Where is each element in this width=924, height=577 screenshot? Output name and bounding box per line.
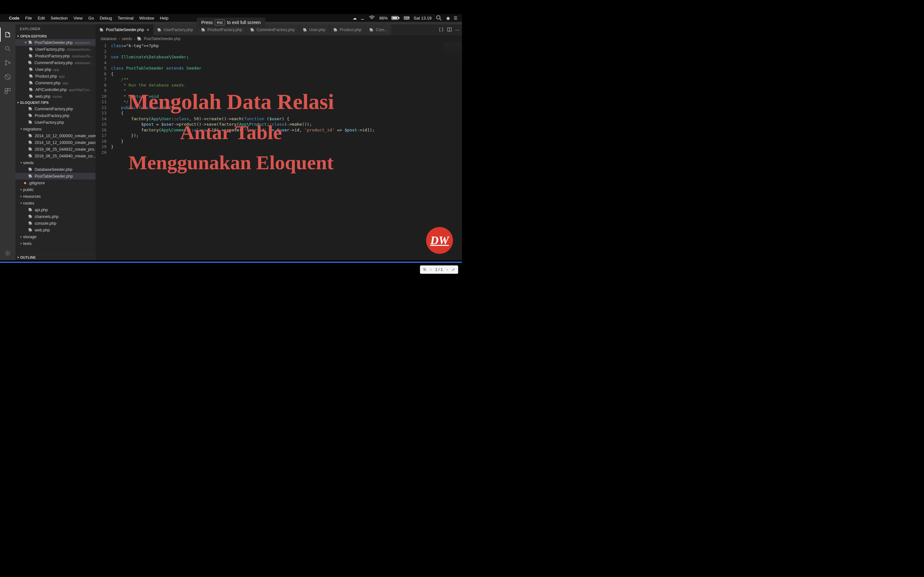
file-item[interactable]: 🐘api.php	[15, 206, 95, 213]
crumb-2[interactable]: PostTableSeeder.php	[144, 37, 180, 41]
bluetooth-icon[interactable]: ⚊	[360, 16, 365, 21]
folder-item[interactable]: storage	[15, 234, 95, 240]
close-editor-icon[interactable]: ×	[24, 40, 27, 45]
activity-extensions[interactable]	[0, 84, 15, 98]
menu-selection[interactable]: Selection	[51, 16, 68, 21]
activity-explorer[interactable]	[0, 27, 15, 42]
watermark-badge: DW	[426, 227, 453, 254]
file-item[interactable]: 🐘ProductFactory.php	[15, 112, 95, 119]
tab-label: User.php	[309, 27, 325, 32]
menu-window[interactable]: Window	[139, 16, 154, 21]
folder-item[interactable]: resources	[15, 193, 95, 200]
editor-tab[interactable]: 🐘User.php	[299, 24, 330, 35]
split-editor-icon[interactable]	[447, 27, 452, 33]
tree-label: .gitignore	[28, 181, 45, 185]
fullscreen-icon[interactable]: ⤢	[452, 268, 455, 272]
file-item[interactable]: ◆.gitignore	[15, 179, 95, 186]
editor-tab[interactable]: 🐘PostTableSeeder.php×	[95, 24, 153, 35]
control-center-icon[interactable]: ☰	[454, 16, 457, 21]
menu-debug[interactable]: Debug	[100, 16, 112, 21]
open-editor-item[interactable]: 🐘web.phproutes	[15, 93, 95, 100]
code-content[interactable]: class="k-tag"><?phpuse Illuminate\Databa…	[111, 42, 462, 260]
tree-label: web.php	[35, 228, 50, 232]
close-tab-icon[interactable]: ×	[147, 27, 149, 32]
minimap[interactable]	[443, 42, 462, 58]
open-editor-item[interactable]: 🐘Product.phpapp	[15, 73, 95, 79]
tab-label: CommentFactory.php	[257, 27, 295, 32]
file-item[interactable]: 🐘2014_10_12_000000_create_user...	[15, 132, 95, 139]
file-item[interactable]: 🐘2019_06_25_044932_create_pro...	[15, 146, 95, 153]
file-item[interactable]: 🐘UserFactory.php	[15, 119, 95, 126]
svg-rect-1	[399, 17, 399, 19]
editor-tab[interactable]: 🐘Product.php	[330, 24, 365, 35]
tab-label: UserFactory.php	[164, 27, 193, 32]
menu-edit[interactable]: Edit	[37, 16, 45, 21]
php-icon: 🐘	[29, 81, 33, 85]
open-editor-item[interactable]: ×🐘PostTableSeeder.phpdatabase/...	[15, 39, 95, 46]
input-source-icon[interactable]: ⌨︎	[404, 16, 410, 21]
editor-tab[interactable]: 🐘Com...	[365, 24, 392, 35]
clock[interactable]: Sat 13.19	[414, 16, 431, 21]
open-editor-item[interactable]: 🐘Comment.phpapp	[15, 79, 95, 86]
editor-tab[interactable]: 🐘UserFactory.php	[153, 24, 197, 35]
project-header[interactable]: ELOQUENT-TIPS	[15, 100, 95, 105]
siri-icon[interactable]: ◉	[446, 16, 450, 21]
line-gutter: 1234567891011121314151617181920	[95, 42, 111, 260]
spotlight-icon[interactable]	[435, 15, 443, 21]
tree-label: routes	[23, 201, 34, 205]
wifi-icon[interactable]	[368, 15, 375, 21]
file-item[interactable]: 🐘console.php	[15, 220, 95, 227]
more-icon[interactable]: ⋯	[455, 27, 459, 32]
file-name: User.php	[35, 67, 51, 72]
app-name[interactable]: Code	[9, 16, 19, 21]
file-hint: app/Http/Con...	[69, 88, 92, 92]
file-item[interactable]: 🐘PostTableSeeder.php	[15, 173, 95, 179]
cloud-icon[interactable]: ☁︎	[352, 16, 357, 21]
playback-timeline[interactable]	[0, 261, 462, 263]
open-editor-item[interactable]: 🐘APIController.phpapp/Http/Con...	[15, 86, 95, 93]
php-icon: 🐘	[250, 28, 255, 32]
php-icon: 🐘	[29, 67, 33, 71]
file-item[interactable]: 🐘2014_10_12_100000_create_pass...	[15, 139, 95, 146]
tree-label: migrations	[23, 127, 42, 131]
breadcrumb[interactable]: database› seeds› 🐘 PostTableSeeder.php	[95, 35, 462, 42]
file-item[interactable]: 🐘2019_06_25_044940_create_co...	[15, 153, 95, 159]
folder-item[interactable]: seeds	[15, 159, 95, 166]
menu-go[interactable]: Go	[88, 16, 94, 21]
menu-view[interactable]: View	[73, 16, 82, 21]
file-item[interactable]: 🐘CommentFactory.php	[15, 105, 95, 112]
file-name: Comment.php	[35, 81, 61, 85]
prev-page-icon[interactable]: ‹	[430, 268, 431, 272]
folder-item[interactable]: migrations	[15, 126, 95, 132]
code-editor[interactable]: 1234567891011121314151617181920 class="k…	[95, 42, 462, 260]
file-item[interactable]: 🐘web.php	[15, 227, 95, 234]
compare-icon[interactable]	[439, 27, 444, 33]
activity-settings[interactable]	[0, 246, 15, 260]
open-editor-item[interactable]: 🐘ProductFactory.phpdatabase/fa...	[15, 53, 95, 59]
php-icon: 🐘	[99, 28, 104, 32]
folder-item[interactable]: public	[15, 186, 95, 193]
file-item[interactable]: 🐘DatabaseSeeder.php	[15, 166, 95, 173]
file-item[interactable]: 🐘channels.php	[15, 213, 95, 220]
php-icon: 🐘	[201, 28, 206, 32]
activity-scm[interactable]	[0, 56, 15, 70]
menu-help[interactable]: Help	[160, 16, 168, 21]
folder-item[interactable]: tests	[15, 240, 95, 247]
crumb-1[interactable]: seeds	[121, 37, 132, 41]
svg-rect-10	[8, 89, 10, 91]
activity-debug[interactable]	[0, 70, 15, 84]
menu-file[interactable]: File	[25, 16, 32, 21]
open-editor-item[interactable]: 🐘User.phpapp	[15, 66, 95, 73]
menu-terminal[interactable]: Terminal	[118, 16, 134, 21]
folder-item[interactable]: routes	[15, 200, 95, 206]
rotate-icon[interactable]: ↻	[423, 268, 426, 272]
next-page-icon[interactable]: ›	[447, 268, 448, 272]
open-editors-header[interactable]: OPEN EDITORS	[15, 33, 95, 39]
crumb-0[interactable]: database	[101, 37, 116, 41]
open-editor-item[interactable]: 🐘CommentFactory.phpdatabase/...	[15, 59, 95, 66]
activity-search[interactable]	[0, 42, 15, 56]
svg-point-12	[7, 252, 9, 254]
file-hint: app	[53, 68, 59, 71]
open-editor-item[interactable]: 🐘UserFactory.phpdatabase/facto...	[15, 46, 95, 53]
outline-header[interactable]: OUTLINE	[15, 254, 95, 260]
